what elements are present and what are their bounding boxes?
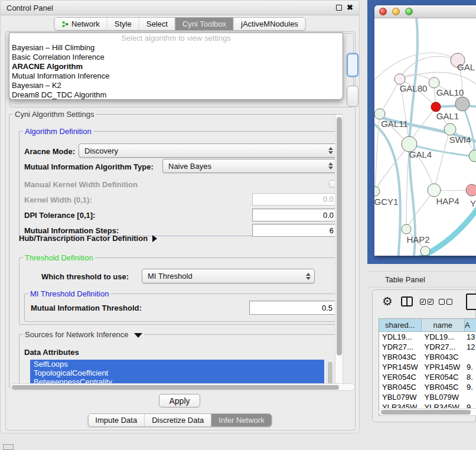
mi-threshold-field[interactable]: 0.5 [249,301,336,315]
close-traffic-light-icon[interactable] [379,8,387,15]
table-cell: YDR27... [422,342,465,352]
dropdown-item[interactable]: ARACNE Algorithm [9,62,343,71]
bottom-tabs: Impute DataDiscretize DataInfer Network [87,413,272,427]
network-node-hap4[interactable] [428,184,441,197]
dropdown-item[interactable]: Mutual Information Inference [9,71,343,81]
mi-algorithm-type-combo[interactable]: Naive Bayes [162,159,337,173]
cyni-algorithm-settings-group: Cyni Algorithm Settings Algorithm Defini… [9,114,343,388]
dropdown-item[interactable]: Bayesian – K2 [9,81,343,90]
dpi-tolerance-field[interactable]: 0.0 [252,208,337,221]
select-all-icon[interactable]: ✓✓ [420,299,433,305]
network-icon [61,21,69,28]
tab-label: Impute Data [95,416,137,425]
settings-horizontal-scrollbar[interactable] [10,383,355,391]
network-node-hap2[interactable] [402,224,411,234]
network-canvas[interactable]: GALGAL80GAL10GAL1GAL11SWI4GAL4GCY1HAP4YH… [374,18,476,256]
tab-impute-data[interactable]: Impute Data [88,414,145,426]
table-row[interactable]: YDR27...YDR27...12 [379,342,476,352]
network-view-frame: GALGAL80GAL10GAL1GAL11SWI4GAL4GCY1HAP4YH… [367,0,476,264]
node-label: GAL10 [436,87,464,97]
deselect-all-icon[interactable] [439,299,452,305]
table-horizontal-scrollbar[interactable] [379,408,476,416]
node-label: SWI4 [449,135,471,145]
dropdown-item[interactable]: Basic Correlation Inference [9,53,343,62]
network-node-gal1[interactable] [431,102,441,112]
table-header-row[interactable]: shared...nameA [379,319,476,332]
settings-vertical-scrollbar[interactable] [335,115,343,387]
table-cell [465,392,476,402]
combo-stepper-icon [305,269,311,283]
network-node-swi4[interactable] [444,123,456,135]
aracne-mode-combo[interactable]: Discovery [79,144,337,158]
aracne-mode-value: Discovery [84,146,118,155]
attribute-list-item[interactable]: TopologicalCoefficient [30,369,324,377]
node-label: GAL [457,62,475,72]
network-node[interactable] [420,246,430,256]
column-header[interactable]: shared... [379,319,422,331]
manual-kernel-label: Manual Kernel Width Definition [24,180,138,189]
tab-label: Cyni Toolbox [182,19,226,28]
minimize-traffic-light-icon[interactable] [392,8,400,15]
mi-threshold-group: MI Threshold Definition Mutual Informati… [24,294,337,322]
column-header[interactable]: A [465,319,476,331]
tab-network[interactable]: Network [54,18,107,30]
table-row[interactable]: YDL19...YDL19...13 [379,332,476,342]
mi-threshold-group-title: MI Threshold Definition [28,289,110,298]
attribute-list-item[interactable]: SelfLoops [30,360,324,369]
network-node[interactable] [469,150,476,162]
network-node-gcy1[interactable] [374,187,380,196]
tab-discretize-data[interactable]: Discretize Data [145,414,211,426]
table-cell: YDL19... [379,332,422,342]
export-table-icon[interactable] [466,294,476,310]
sources-group-title: Sources for Network Inference [23,330,144,339]
gear-icon[interactable]: ⚙ [382,295,393,307]
tab-select[interactable]: Select [139,18,175,30]
apply-button[interactable]: Apply [159,394,200,407]
network-node-gal10[interactable] [429,77,439,88]
minimized-panel-chip[interactable] [3,444,14,450]
inference-algorithm-combo-fragment[interactable] [347,53,358,77]
table-cell: YPR145W [422,362,465,372]
table-cell: 8. [465,372,476,382]
table-cell: YPR145W [379,362,422,372]
data-attributes-label: Data Attributes [24,348,79,357]
collapse-arrow-icon[interactable] [134,333,142,338]
node-label: GCY1 [374,197,398,207]
tab-cyni-toolbox[interactable]: Cyni Toolbox [175,18,234,30]
hub-definition-expander[interactable]: Hub/Transcription Factor Definition [19,234,157,243]
hidden-combo-fragment[interactable] [347,86,358,107]
close-icon[interactable]: ✖ [347,5,353,11]
network-node[interactable] [455,97,470,111]
table-cell: YBL079W [422,392,465,402]
tab-jactivemnodules[interactable]: jActiveMNodules [234,18,305,30]
which-threshold-combo[interactable]: MI Threshold [142,269,315,283]
dropdown-item[interactable]: Bayesian – Hill Climbing [9,43,343,53]
node-label: GAL1 [436,111,459,121]
columns-icon[interactable] [401,296,413,306]
tab-infer-network[interactable]: Infer Network [211,414,271,426]
float-window-icon[interactable] [336,5,342,11]
mi-type-value: Naive Bayes [168,162,211,171]
column-header[interactable]: name [422,319,465,331]
table-cell: YBL079W [379,392,422,402]
tab-style[interactable]: Style [107,18,139,30]
table-cell: YBR045C [379,382,422,392]
table-row[interactable]: YPR145WYPR145W9. [379,362,476,372]
table-row[interactable]: YBR043CYBR043C [379,352,476,362]
control-panel-tabs: NetworkStyleSelectCyni ToolboxjActiveMNo… [54,17,306,31]
table-row[interactable]: YBL079WYBL079W [379,392,476,402]
table-row[interactable]: YBR045CYBR045C9. [379,382,476,392]
network-node-gal11[interactable] [374,109,385,119]
network-node-y[interactable] [466,184,476,196]
dropdown-item[interactable]: Dream8 DC_TDC Algorithm [9,90,343,100]
aracne-mode-label: Aracne Mode: [24,147,75,156]
kernel-width-value: 0.0 [323,195,334,204]
node-table[interactable]: shared...nameA YDL19...YDL19...13YDR27..… [379,318,476,416]
table-cell: YER054C [422,372,465,382]
kernel-width-field[interactable]: 0.0 [252,193,337,206]
dpi-tolerance-value: 0.0 [323,211,334,220]
zoom-traffic-light-icon[interactable] [405,8,413,15]
hub-definition-label: Hub/Transcription Factor Definition [19,234,148,243]
table-row[interactable]: YER054CYER054C8. [379,372,476,382]
mi-steps-field[interactable]: 6 [252,224,337,237]
